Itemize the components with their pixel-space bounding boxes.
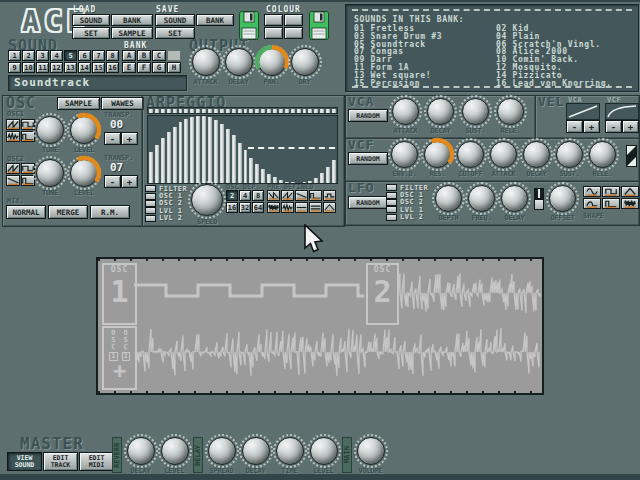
colour-blank-button[interactable] xyxy=(284,27,303,39)
osc-1-toggle-button[interactable] xyxy=(145,193,156,200)
arp-bar[interactable] xyxy=(179,122,183,183)
osc2-transpose-minus-button[interactable]: - xyxy=(104,175,121,188)
bank-f-button[interactable]: F xyxy=(137,62,151,73)
triangle-wave-icon[interactable] xyxy=(323,202,336,213)
freq-knob[interactable] xyxy=(468,185,495,212)
osc2-transpose-plus-button[interactable]: + xyxy=(121,175,138,188)
saw-up-wave-icon[interactable] xyxy=(281,190,294,201)
saw-wave-icon[interactable] xyxy=(6,119,20,130)
triangle-wave-icon[interactable] xyxy=(621,186,639,197)
pulse-wave-icon[interactable] xyxy=(602,198,620,209)
speed-knob[interactable] xyxy=(191,184,223,216)
delay-level-knob[interactable] xyxy=(310,437,338,465)
lfo-delay-on-button[interactable] xyxy=(534,188,544,199)
sound-slot-10-button[interactable]: 10 xyxy=(22,62,35,73)
reverb-level-knob[interactable] xyxy=(161,437,189,465)
attack-knob[interactable] xyxy=(490,141,517,168)
main-volume-knob[interactable] xyxy=(357,437,385,465)
arp-bar[interactable] xyxy=(155,145,159,183)
tune-knob[interactable] xyxy=(36,116,64,144)
colour-blank-button[interactable] xyxy=(284,14,303,26)
env-d-knob[interactable] xyxy=(391,141,418,168)
level-knob[interactable] xyxy=(70,116,98,144)
vcf-toggle-down-button[interactable] xyxy=(626,156,637,167)
osc-1-toggle-button[interactable] xyxy=(386,192,397,199)
delay-knob[interactable] xyxy=(225,48,253,76)
arp-bar[interactable] xyxy=(214,120,218,183)
lvl-2-toggle-button[interactable] xyxy=(386,214,397,221)
mix-r-m-button[interactable]: R.M. xyxy=(90,205,130,219)
osc-dep-4-button[interactable]: 4 xyxy=(239,190,251,201)
lfo-delay-off-button[interactable] xyxy=(534,199,544,210)
vel-vcf-plus-button[interactable]: + xyxy=(622,120,639,133)
noise-dense-wave-icon[interactable] xyxy=(267,202,280,213)
load-set-button[interactable]: SET xyxy=(72,27,110,39)
osc-2-toggle-button[interactable] xyxy=(386,199,397,206)
dry-knob[interactable] xyxy=(291,48,319,76)
filter-toggle-button[interactable] xyxy=(145,185,156,192)
osc-dep-64-button[interactable]: 64 xyxy=(252,202,264,213)
pulse-wave-icon[interactable] xyxy=(309,190,322,201)
arp-bar[interactable] xyxy=(149,152,153,183)
noise-wave-icon[interactable] xyxy=(6,131,20,142)
arp-bar[interactable] xyxy=(326,167,330,183)
rele-knob[interactable] xyxy=(497,98,524,125)
step-wave-icon[interactable] xyxy=(323,190,336,201)
save-bank-button[interactable]: BANK xyxy=(196,14,234,26)
sound-slot-15-button[interactable]: 15 xyxy=(92,62,105,73)
view-sound-button[interactable]: VIEWSOUND xyxy=(7,452,42,471)
tune-knob[interactable] xyxy=(36,159,64,187)
bank-e-button[interactable]: E xyxy=(122,62,136,73)
arp-bar[interactable] xyxy=(249,158,253,183)
decay-knob[interactable] xyxy=(523,141,550,168)
osc1-transpose-minus-button[interactable]: - xyxy=(104,132,121,145)
arp-bar[interactable] xyxy=(244,150,248,183)
vel-vca-minus-button[interactable]: - xyxy=(566,120,583,133)
sound-slot-3-button[interactable]: 3 xyxy=(36,50,49,61)
vel-vcf-minus-button[interactable]: - xyxy=(605,120,622,133)
arp-bar[interactable] xyxy=(190,117,194,183)
save-sound-button[interactable]: SOUND xyxy=(155,14,195,26)
ramp-down-wave-icon[interactable] xyxy=(295,190,308,201)
arp-bar[interactable] xyxy=(332,160,336,183)
load-bank-button[interactable]: BANK xyxy=(111,14,153,26)
osc-dep-2-button[interactable]: 2 xyxy=(226,190,238,201)
tab-sample[interactable]: SAMPLE xyxy=(57,97,100,110)
edit-midi-button[interactable]: EDITMIDI xyxy=(79,452,114,471)
bank-g-button[interactable]: G xyxy=(152,62,166,73)
oscillator-wave-display[interactable]: OSC 1 OSC 2 OSC1 OSC2 + xyxy=(96,257,544,395)
floppy-disk-icon[interactable] xyxy=(309,11,329,44)
sound-name-field[interactable]: Soundtrack xyxy=(8,75,187,91)
arp-bar[interactable] xyxy=(208,117,212,183)
osc-2-toggle-button[interactable] xyxy=(145,200,156,207)
load-sample-button[interactable]: SAMPLE xyxy=(111,27,153,39)
vel-vca-plus-button[interactable]: + xyxy=(583,120,600,133)
sound-slot-8-button[interactable]: 8 xyxy=(106,50,119,61)
arp-bar[interactable] xyxy=(267,174,271,183)
sound-slot-5-button[interactable]: 5 xyxy=(64,50,77,61)
osc1-transpose-plus-button[interactable]: + xyxy=(121,132,138,145)
sound-slot-7-button[interactable]: 7 xyxy=(92,50,105,61)
osc-dep-16-button[interactable]: 16 xyxy=(226,202,238,213)
tab-wawes[interactable]: WAWES xyxy=(101,97,144,110)
arp-bar[interactable] xyxy=(202,116,206,183)
bank-c-button[interactable]: C xyxy=(152,50,166,61)
saw-wave-icon[interactable] xyxy=(6,163,20,174)
sound-slot-2-button[interactable]: 2 xyxy=(22,50,35,61)
osc2-tag-box[interactable]: OSC 2 xyxy=(366,263,399,325)
arp-bar[interactable] xyxy=(220,124,224,183)
vca-random-button[interactable]: RANDOM xyxy=(348,109,388,122)
bank-selected-button[interactable] xyxy=(167,50,181,61)
lfo-random-button[interactable]: RANDOM xyxy=(348,196,388,209)
noise-wave-icon[interactable] xyxy=(281,202,294,213)
filter-toggle-button[interactable] xyxy=(386,184,397,191)
arp-bar[interactable] xyxy=(238,143,242,183)
load-sound-button[interactable]: SOUND xyxy=(72,14,110,26)
sound-slot-11-button[interactable]: 11 xyxy=(36,62,49,73)
edit-track-button[interactable]: EDITTRACK xyxy=(43,452,78,471)
half-sine-wave-icon[interactable] xyxy=(583,198,601,209)
level-knob[interactable] xyxy=(70,159,98,187)
vcf-random-button[interactable]: RANDOM xyxy=(348,152,388,165)
lvl-2-toggle-button[interactable] xyxy=(145,215,156,222)
sound-slot-9-button[interactable]: 9 xyxy=(8,62,21,73)
